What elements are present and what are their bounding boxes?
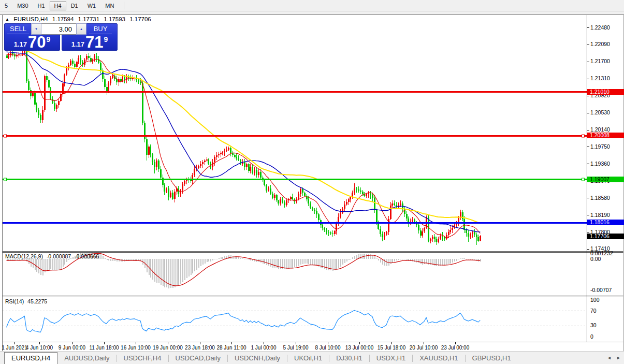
- title-symbol: EURUSD,H4: [13, 16, 48, 22]
- rsi-line: [7, 311, 481, 332]
- timeframe-button-MN[interactable]: MN: [100, 2, 119, 10]
- ask-price-big: 71: [85, 36, 103, 49]
- volume-increase-button[interactable]: ▲: [76, 23, 86, 35]
- timeframe-toolbar: 5M30H1H4D1W1MN: [0, 0, 624, 11]
- symbol-tabbar: EURUSD,H4AUDUSD,DailyUSDCHF,H4USDCAD,Dai…: [0, 352, 624, 364]
- chart-title: ▲ EURUSD,H4 1.17594 1.17731 1.17593 1.17…: [5, 16, 154, 22]
- rsi-value: 45.2275: [27, 298, 47, 304]
- macd-value-main: -0.000887: [47, 253, 71, 259]
- trading-terminal: 5M30H1H4D1W1MN ▲ EURUSD,H4 1.17594 1.177…: [0, 0, 624, 364]
- sell-button[interactable]: SELL: [7, 25, 29, 34]
- candlestick-series: [6, 50, 481, 245]
- volume-input[interactable]: [41, 23, 76, 35]
- tab-eurusd-h4[interactable]: EURUSD,H4: [4, 352, 57, 364]
- collapse-triangle-icon[interactable]: ▲: [5, 17, 9, 22]
- hline-handle[interactable]: [582, 135, 585, 137]
- hline-handle[interactable]: [582, 178, 585, 181]
- volume-decrease-button[interactable]: ▼: [31, 23, 41, 35]
- tab-ukoil-h1[interactable]: UKOil,H1: [287, 353, 329, 363]
- title-low: 1.17593: [104, 16, 125, 22]
- macd-label: MACD(12,26,9) -0.000887 -0.000666: [5, 253, 101, 259]
- macd-value-signal: -0.000666: [75, 253, 99, 259]
- tab-dj30-h1[interactable]: DJ30,H1: [329, 353, 369, 363]
- title-high: 1.17731: [78, 16, 100, 22]
- arrow-down-icon: ▼: [35, 27, 38, 31]
- tab-gbpusd-h1[interactable]: GBPUSD,H1: [466, 353, 518, 363]
- hline-handle[interactable]: [4, 135, 7, 137]
- rsi-name: RSI(14): [5, 298, 24, 304]
- timeframe-button-M30[interactable]: M30: [12, 2, 33, 10]
- timeframe-button-H1[interactable]: H1: [33, 2, 50, 10]
- tab-usdcad-daily[interactable]: USDCAD,Daily: [169, 353, 227, 363]
- timeframe-button-D1[interactable]: D1: [66, 2, 83, 10]
- rsi-label: RSI(14) 45.2275: [5, 298, 49, 304]
- bid-quote[interactable]: 1.17 70 9: [4, 34, 60, 51]
- hline-handle[interactable]: [4, 178, 7, 181]
- bid-price-sup: 9: [47, 35, 51, 43]
- ask-price-small: 1.17: [71, 40, 84, 48]
- chart-canvas[interactable]: [0, 0, 624, 364]
- timeframe-button-H4[interactable]: H4: [50, 1, 66, 10]
- tab-scroll-left-icon[interactable]: ◄: [607, 355, 612, 360]
- timeframe-button-5[interactable]: 5: [0, 2, 12, 10]
- bid-price-big: 70: [28, 36, 46, 49]
- ask-price-sup: 9: [104, 35, 108, 43]
- title-open: 1.17594: [52, 16, 74, 22]
- title-close: 1.17706: [129, 16, 151, 22]
- macd-name: MACD(12,26,9): [5, 253, 43, 259]
- arrow-up-icon: ▲: [80, 27, 83, 31]
- bid-price-small: 1.17: [14, 40, 27, 48]
- timeframe-button-W1[interactable]: W1: [83, 2, 101, 10]
- ma-line-30: [7, 52, 481, 232]
- toolbar-separator: [124, 2, 124, 9]
- tab-usdx-h1[interactable]: USDX,H1: [370, 353, 412, 363]
- tab-usdchf-h4[interactable]: USDCHF,H4: [117, 353, 168, 363]
- ask-quote[interactable]: 1.17 71 9: [62, 34, 118, 51]
- ma-line-10: [7, 54, 481, 238]
- tab-scroll-right-icon[interactable]: ►: [616, 355, 621, 360]
- volume-stepper: ▼ ▲: [31, 23, 86, 35]
- tab-xauusd-h1[interactable]: XAUUSD,H1: [413, 353, 465, 363]
- tab-audusd-daily[interactable]: AUDUSD,Daily: [57, 353, 116, 363]
- tab-usdcnh-daily[interactable]: USDCNH,Daily: [228, 353, 287, 363]
